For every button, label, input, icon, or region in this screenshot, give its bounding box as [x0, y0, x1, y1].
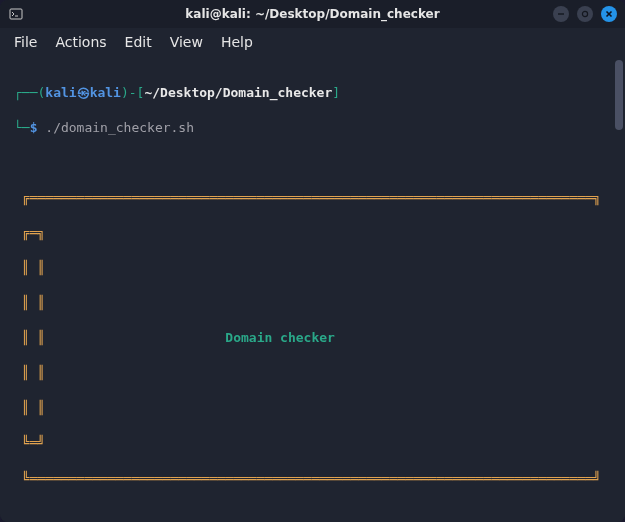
menu-file[interactable]: File: [14, 34, 37, 50]
titlebar: kali@kali: ~/Desktop/Domain_checker: [0, 0, 625, 28]
terminal-viewport: ┌──(kali㉿kali)-[~/Desktop/Domain_checker…: [0, 56, 625, 522]
prompt-path: ~/Desktop/Domain_checker: [144, 85, 332, 100]
window-controls: [553, 6, 617, 22]
menu-edit[interactable]: Edit: [125, 34, 152, 50]
banner-side: ║ ║: [14, 294, 611, 312]
banner-side: ║ ║: [14, 259, 611, 277]
banner-side: ╚═╝: [14, 434, 611, 452]
prompt-corner-bot: └─: [14, 120, 30, 135]
prompt-rparen: ): [121, 85, 129, 100]
maximize-button[interactable]: [577, 6, 593, 22]
banner-side: ╔═╗: [14, 224, 611, 242]
terminal-app-icon: [8, 6, 24, 22]
prompt-dash-l: -[: [129, 85, 145, 100]
menu-help[interactable]: Help: [221, 34, 253, 50]
banner-title: Domain checker: [225, 330, 335, 345]
banner-side: ║ ║: [14, 330, 225, 345]
prompt-symbol: $: [30, 120, 38, 135]
banner-border-bottom: ╚═══════════════════════════════════════…: [14, 470, 611, 488]
banner-side: ║ ║: [14, 399, 611, 417]
command-text: ./domain_checker.sh: [45, 120, 194, 135]
menu-view[interactable]: View: [170, 34, 203, 50]
menubar: File Actions Edit View Help: [0, 28, 625, 56]
prompt-dash-r: ]: [332, 85, 340, 100]
prompt-at: ㉿: [77, 85, 90, 100]
window-title: kali@kali: ~/Desktop/Domain_checker: [0, 7, 625, 21]
menu-actions[interactable]: Actions: [55, 34, 106, 50]
prompt-host: kali: [90, 85, 121, 100]
close-button[interactable]: [601, 6, 617, 22]
banner-side: ║ ║: [14, 364, 611, 382]
svg-rect-0: [10, 9, 22, 19]
svg-point-3: [582, 11, 587, 16]
terminal-window: kali@kali: ~/Desktop/Domain_checker File…: [0, 0, 625, 522]
prompt-user: kali: [45, 85, 76, 100]
prompt-corner-top: ┌──: [14, 85, 37, 100]
scrollbar-thumb[interactable]: [615, 60, 623, 130]
banner-border-top: ╔═══════════════════════════════════════…: [14, 189, 611, 207]
minimize-button[interactable]: [553, 6, 569, 22]
terminal-output[interactable]: ┌──(kali㉿kali)-[~/Desktop/Domain_checker…: [0, 56, 625, 522]
